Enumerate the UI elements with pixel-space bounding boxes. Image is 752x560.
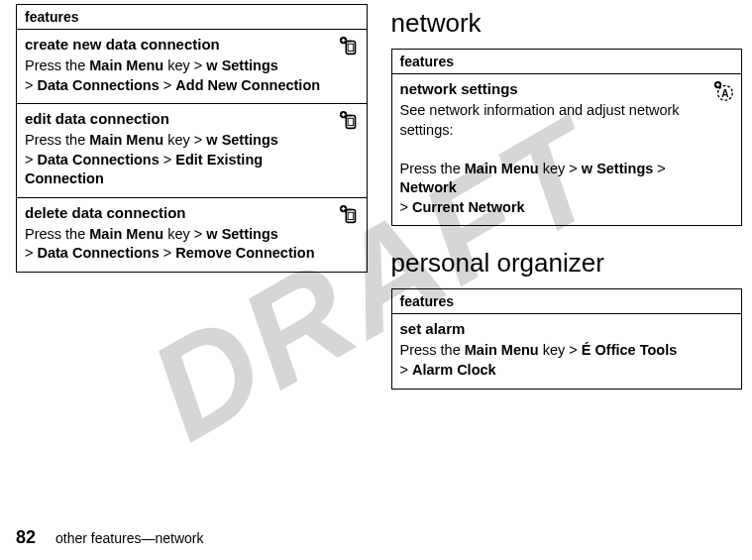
table-header: features — [392, 50, 742, 74]
settings-icon: w — [582, 161, 592, 176]
left-feature-table: features create new data connection Pres… — [16, 4, 368, 273]
right-column: network features A network settings See … — [391, 4, 743, 390]
svg-rect-6 — [348, 118, 354, 125]
table-row: delete data connection Press the Main Me… — [17, 198, 367, 272]
svg-rect-11 — [348, 212, 354, 219]
network-table: features A network settings See network … — [391, 49, 743, 226]
table-row: create new data connection Press the Mai… — [17, 30, 367, 104]
svg-text:A: A — [721, 88, 729, 99]
feature-title: network settings — [400, 80, 734, 97]
office-tools-icon: É — [582, 342, 591, 358]
feature-body: See network information and adjust netwo… — [400, 101, 734, 217]
sim-plus-icon — [339, 110, 361, 132]
feature-title: delete data connection — [25, 204, 359, 221]
section-heading-network: network — [391, 8, 743, 39]
sim-plus-icon — [339, 36, 361, 57]
left-column: features create new data connection Pres… — [16, 4, 368, 390]
table-row: edit data connection Press the Main Menu… — [17, 104, 367, 198]
table-header: features — [392, 289, 742, 314]
sim-plus-icon — [339, 204, 361, 226]
feature-title: edit data connection — [25, 110, 359, 127]
antenna-plus-icon: A — [713, 80, 735, 102]
feature-body: Press the Main Menu key > w Settings > D… — [25, 56, 359, 95]
feature-body: Press the Main Menu key > w Settings > D… — [25, 225, 359, 264]
settings-icon: w — [206, 226, 217, 242]
feature-body: Press the Main Menu key > w Settings > D… — [25, 131, 359, 189]
feature-body: Press the Main Menu key > É Office Tools… — [400, 341, 734, 380]
svg-rect-1 — [348, 44, 354, 51]
settings-icon: w — [206, 57, 217, 73]
feature-title: create new data connection — [25, 36, 359, 53]
table-row: A network settings See network informati… — [392, 74, 742, 225]
table-row: set alarm Press the Main Menu key > É Of… — [392, 314, 742, 388]
footer-text: other features—network — [55, 530, 203, 546]
settings-icon: w — [206, 132, 217, 148]
page-footer: 82 other features—network — [16, 527, 203, 548]
feature-title: set alarm — [400, 320, 734, 337]
table-header: features — [17, 5, 367, 30]
page-number: 82 — [16, 527, 36, 548]
section-heading-organizer: personal organizer — [391, 248, 743, 279]
organizer-table: features set alarm Press the Main Menu k… — [391, 288, 743, 389]
